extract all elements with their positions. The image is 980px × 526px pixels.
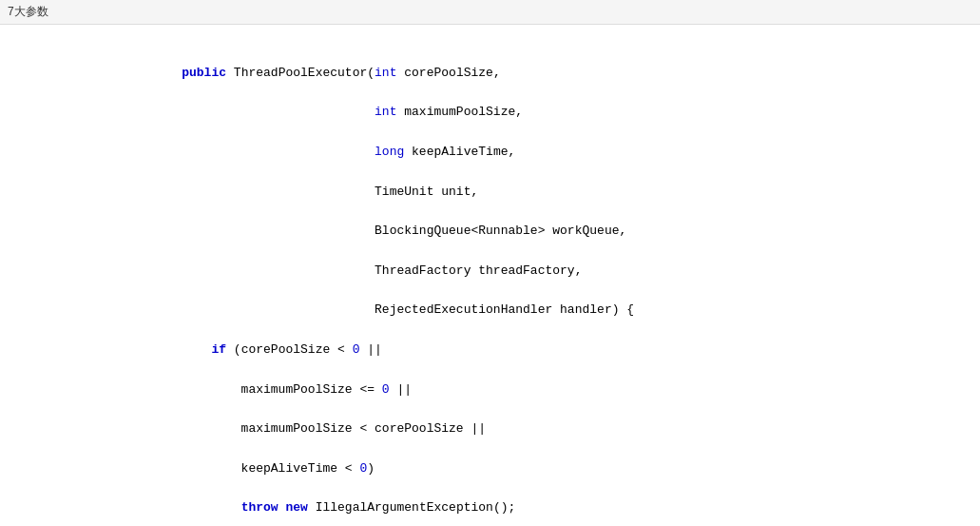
header-title: 7大参数: [8, 5, 48, 18]
code-line-8: if (corePoolSize < 0 ||: [152, 341, 980, 360]
code-line-12: throw new IllegalArgumentException();: [152, 498, 980, 518]
keyword-new-1: new: [285, 500, 307, 515]
code-container: public ThreadPoolExecutor(int corePoolSi…: [0, 25, 980, 524]
code-line-10: maximumPoolSize < corePoolSize ||: [152, 419, 980, 439]
number-0-2: 0: [382, 382, 390, 397]
code-line-3: long keepAliveTime,: [152, 143, 980, 163]
code-line-4: TimeUnit unit,: [152, 183, 980, 203]
code-line-1: public ThreadPoolExecutor(int corePoolSi…: [152, 64, 980, 84]
number-0-1: 0: [353, 342, 360, 357]
code-line-9: maximumPoolSize <= 0 ||: [152, 380, 980, 400]
code-line-11: keepAliveTime < 0): [152, 459, 980, 479]
code-line-7: RejectedExecutionHandler handler) {: [152, 301, 980, 321]
code-line-6: ThreadFactory threadFactory,: [152, 262, 980, 282]
header-bar: 7大参数: [0, 0, 980, 25]
type-int-2: int: [375, 105, 396, 119]
number-0-3: 0: [359, 461, 367, 476]
keyword-if-1: if: [211, 342, 226, 357]
keyword-public: public: [182, 66, 226, 80]
code-block: public ThreadPoolExecutor(int corePoolSi…: [152, 64, 980, 524]
code-line-2: int maximumPoolSize,: [152, 103, 980, 123]
code-line-5: BlockingQueue<Runnable> workQueue,: [152, 222, 980, 242]
type-int-1: int: [375, 66, 396, 80]
keyword-throw-1: throw: [241, 500, 279, 515]
type-long: long: [375, 145, 404, 159]
